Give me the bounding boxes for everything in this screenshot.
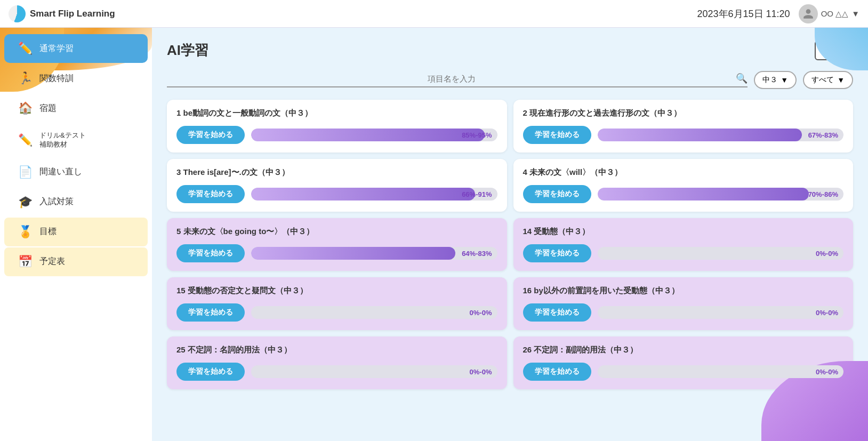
progress-fill-5	[251, 247, 455, 260]
main-content: AI学習 英語 🔍 中３ ▼ すべて ▼ 1 be動詞の文と一般動詞の文（中３）…	[152, 28, 868, 441]
progress-wrap-25: 0%-0%	[251, 365, 497, 378]
progress-label-25: 0%-0%	[470, 368, 492, 376]
card-3: 3 There is[are]〜.の文（中３）学習を始める66%-91%	[167, 159, 507, 212]
sidebar-item-normal-study[interactable]: ✏️通常学習	[4, 34, 148, 63]
start-button-14[interactable]: 学習を始める	[523, 244, 591, 262]
status-filter-value: すべて	[811, 75, 834, 85]
progress-label-26: 0%-0%	[816, 368, 838, 376]
progress-label-3: 66%-91%	[462, 190, 492, 198]
start-button-26[interactable]: 学習を始める	[523, 363, 591, 381]
card-actions-25: 学習を始める0%-0%	[176, 363, 497, 381]
grade-filter[interactable]: 中３ ▼	[754, 71, 797, 89]
progress-bg-16	[598, 306, 844, 319]
start-button-4[interactable]: 学習を始める	[523, 185, 591, 203]
sidebar-icon-mistakes: 📄	[17, 165, 33, 179]
start-button-25[interactable]: 学習を始める	[176, 363, 245, 381]
card-actions-16: 学習を始める0%-0%	[523, 303, 844, 322]
progress-bg-15	[251, 306, 497, 319]
card-actions-2: 学習を始める67%-83%	[523, 126, 844, 144]
page-title: AI学習	[167, 41, 208, 60]
sidebar-item-schedule[interactable]: 📅予定表	[4, 247, 148, 276]
search-button[interactable]: 🔍	[736, 73, 748, 84]
user-name: OO △△	[821, 9, 849, 19]
avatar	[799, 4, 818, 23]
sidebar-icon-drill-test: ✏️	[17, 133, 33, 147]
progress-label-14: 0%-0%	[816, 250, 838, 258]
status-filter-arrow: ▼	[837, 76, 845, 84]
card-actions-3: 学習を始める66%-91%	[176, 185, 497, 203]
card-4: 4 未来の文〈will〉（中３）学習を始める70%-86%	[513, 159, 854, 212]
search-wrap: 🔍	[167, 73, 748, 87]
logo: Smart Flip Learning	[9, 5, 115, 22]
progress-fill-3	[251, 188, 475, 201]
progress-label-1: 85%-95%	[462, 131, 492, 139]
header: Smart Flip Learning 2023年6月15日 11:20 OO …	[0, 0, 868, 28]
layout: ✏️通常学習🏃関数特訓🏠宿題✏️ドリル&テスト 補助教材📄間違い直し🎓入試対策🏅…	[0, 28, 868, 441]
cards-grid: 1 be動詞の文と一般動詞の文（中３）学習を始める85%-95%2 現在進行形の…	[167, 100, 853, 389]
progress-wrap-5: 64%-83%	[251, 247, 497, 260]
start-button-15[interactable]: 学習を始める	[176, 303, 245, 322]
card-title-5: 5 未来の文〈be going to〜〉（中３）	[176, 227, 497, 237]
card-actions-14: 学習を始める0%-0%	[523, 244, 844, 262]
sidebar-label-special-functions: 関数特訓	[39, 73, 74, 84]
progress-bg-3	[251, 188, 497, 201]
search-input[interactable]	[167, 74, 736, 83]
status-filter[interactable]: すべて ▼	[803, 71, 853, 89]
progress-wrap-2: 67%-83%	[598, 129, 844, 141]
grade-filter-arrow: ▼	[781, 76, 788, 84]
card-25: 25 不定詞：名詞的用法（中３）学習を始める0%-0%	[167, 336, 507, 389]
search-row: 🔍 中３ ▼ すべて ▼	[167, 71, 853, 89]
progress-wrap-4: 70%-86%	[598, 188, 844, 201]
sidebar-item-mistakes[interactable]: 📄間違い直し	[4, 158, 148, 187]
progress-bg-14	[598, 247, 844, 260]
user-menu[interactable]: OO △△ ▼	[799, 4, 859, 23]
card-title-2: 2 現在進行形の文と過去進行形の文（中３）	[523, 108, 844, 118]
sidebar-icon-normal-study: ✏️	[17, 42, 33, 55]
card-actions-1: 学習を始める85%-95%	[176, 126, 497, 144]
progress-label-16: 0%-0%	[816, 309, 838, 317]
header-right: 2023年6月15日 11:20 OO △△ ▼	[697, 4, 860, 23]
card-5: 5 未来の文〈be going to〜〉（中３）学習を始める64%-83%	[167, 218, 507, 271]
card-14: 14 受動態（中３）学習を始める0%-0%	[513, 218, 854, 271]
card-title-1: 1 be動詞の文と一般動詞の文（中３）	[176, 108, 497, 118]
card-title-3: 3 There is[are]〜.の文（中３）	[176, 167, 497, 178]
start-button-2[interactable]: 学習を始める	[523, 126, 591, 144]
progress-label-4: 70%-86%	[808, 190, 838, 198]
card-16: 16 by以外の前置詞を用いた受動態（中３）学習を始める0%-0%	[513, 277, 854, 330]
lang-button[interactable]: 英語	[815, 41, 853, 60]
card-title-16: 16 by以外の前置詞を用いた受動態（中３）	[523, 286, 844, 296]
progress-fill-2	[598, 129, 802, 141]
sidebar-icon-schedule: 📅	[17, 255, 33, 269]
sidebar-icon-goals: 🏅	[17, 225, 33, 239]
grade-filter-value: 中３	[762, 75, 777, 85]
start-button-16[interactable]: 学習を始める	[523, 303, 591, 322]
sidebar-label-exam-prep: 入試対策	[39, 196, 74, 207]
progress-wrap-14: 0%-0%	[598, 247, 844, 260]
card-title-14: 14 受動態（中３）	[523, 227, 844, 237]
progress-fill-1	[251, 129, 485, 141]
card-actions-4: 学習を始める70%-86%	[523, 185, 844, 203]
sidebar-icon-homework: 🏠	[17, 101, 33, 115]
sidebar-label-mistakes: 間違い直し	[39, 166, 82, 178]
dropdown-icon: ▼	[851, 9, 859, 18]
card-actions-26: 学習を始める0%-0%	[523, 363, 844, 381]
start-button-3[interactable]: 学習を始める	[176, 185, 245, 203]
card-2: 2 現在進行形の文と過去進行形の文（中３）学習を始める67%-83%	[513, 100, 854, 153]
start-button-1[interactable]: 学習を始める	[176, 126, 245, 144]
progress-bg-2	[598, 129, 844, 141]
sidebar-item-homework[interactable]: 🏠宿題	[4, 94, 148, 123]
sidebar-label-normal-study: 通常学習	[39, 43, 74, 54]
sidebar-item-special-functions[interactable]: 🏃関数特訓	[4, 64, 148, 93]
sidebar-item-exam-prep[interactable]: 🎓入試対策	[4, 188, 148, 217]
progress-label-15: 0%-0%	[470, 309, 492, 317]
progress-bg-25	[251, 365, 497, 378]
sidebar-item-drill-test[interactable]: ✏️ドリル&テスト 補助教材	[4, 124, 148, 157]
progress-label-5: 64%-83%	[462, 250, 492, 258]
progress-bg-4	[598, 188, 844, 201]
sidebar-label-homework: 宿題	[39, 103, 57, 114]
start-button-5[interactable]: 学習を始める	[176, 244, 245, 262]
progress-bg-1	[251, 129, 497, 141]
sidebar-item-goals[interactable]: 🏅目標	[4, 218, 148, 246]
card-actions-5: 学習を始める64%-83%	[176, 244, 497, 262]
card-15: 15 受動態の否定文と疑問文（中３）学習を始める0%-0%	[167, 277, 507, 330]
